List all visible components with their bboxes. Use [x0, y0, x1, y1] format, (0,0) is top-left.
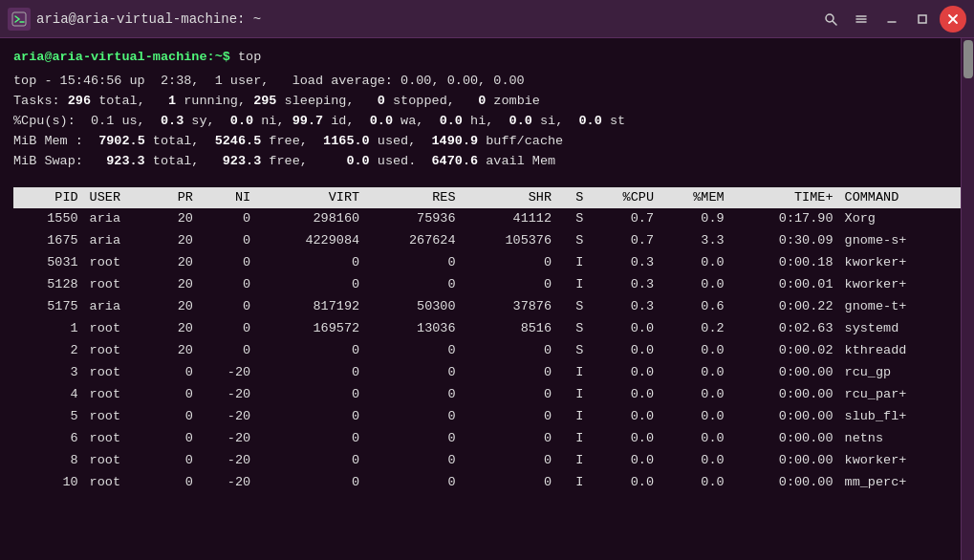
cell-shr: 0	[462, 384, 557, 406]
cell-pr: 20	[154, 340, 199, 362]
cell-res: 0	[365, 362, 461, 384]
cell-timep: 0:00.01	[730, 274, 839, 296]
cell-pctmem: 0.0	[660, 406, 730, 428]
cell-s: I	[557, 406, 589, 428]
cell-command: rcu_gp	[839, 362, 961, 384]
cell-virt: 0	[256, 340, 365, 362]
col-command: COMMAND	[839, 187, 961, 209]
cell-shr: 0	[462, 450, 557, 472]
cell-s: I	[557, 274, 589, 296]
table-row: 8root0-20000I0.00.00:00.00kworker+	[13, 450, 961, 472]
cell-ni: 0	[199, 252, 256, 274]
cell-timep: 0:00.00	[730, 362, 839, 384]
cell-s: S	[557, 208, 589, 230]
cell-ni: 0	[199, 318, 256, 340]
cell-pctcpu: 0.7	[589, 208, 660, 230]
menu-button[interactable]	[848, 6, 875, 32]
col-cpu: %CPU	[589, 187, 660, 209]
maximize-button[interactable]	[909, 6, 936, 32]
cell-pctcpu: 0.0	[589, 340, 660, 362]
cell-shr: 105376	[462, 230, 557, 252]
cell-virt: 0	[256, 274, 365, 296]
col-user: USER	[84, 187, 155, 209]
cell-res: 0	[365, 274, 461, 296]
cell-user: root	[84, 252, 155, 274]
cell-ni: 0	[199, 296, 256, 318]
cell-pctmem: 0.0	[660, 252, 730, 274]
cell-pr: 20	[154, 274, 199, 296]
cell-pr: 20	[154, 296, 199, 318]
svg-rect-8	[919, 15, 926, 23]
cell-timep: 0:00.22	[730, 296, 839, 318]
cell-pctcpu: 0.0	[589, 472, 660, 494]
cell-shr: 0	[462, 274, 557, 296]
cell-s: I	[557, 362, 589, 384]
cell-timep: 0:00.00	[730, 428, 839, 450]
cell-pctmem: 0.6	[660, 296, 730, 318]
cell-ni: 0	[199, 340, 256, 362]
cell-res: 0	[365, 252, 461, 274]
cell-pctmem: 0.0	[660, 472, 730, 494]
cell-res: 0	[365, 472, 461, 494]
table-row: 1675aria2004229084267624105376S0.73.30:3…	[13, 230, 961, 252]
cell-pid: 1675	[13, 230, 84, 252]
cell-s: S	[557, 296, 589, 318]
cell-res: 0	[365, 384, 461, 406]
cell-virt: 298160	[256, 208, 365, 230]
minimize-button[interactable]	[878, 6, 905, 32]
cell-ni: -20	[199, 384, 256, 406]
cell-pr: 0	[154, 450, 199, 472]
cell-virt: 0	[256, 384, 365, 406]
cell-virt: 0	[256, 428, 365, 450]
cell-pid: 1	[13, 318, 84, 340]
scrollbar-thumb[interactable]	[963, 40, 973, 78]
cell-virt: 0	[256, 472, 365, 494]
cell-user: root	[84, 428, 155, 450]
cell-user: root	[84, 340, 155, 362]
cell-user: root	[84, 406, 155, 428]
cell-pctmem: 0.0	[660, 340, 730, 362]
top-line-5: MiB Swap: 923.3 total, 923.3 free, 0.0 u…	[13, 152, 961, 172]
scrollbar[interactable]	[961, 38, 974, 560]
titlebar-left: aria@aria-virtual-machine: ~	[8, 8, 261, 31]
cell-virt: 4229084	[256, 230, 365, 252]
cell-pr: 0	[154, 406, 199, 428]
titlebar-controls	[817, 6, 966, 32]
cell-pid: 6	[13, 428, 84, 450]
cell-virt: 169572	[256, 318, 365, 340]
cell-pid: 3	[13, 362, 84, 384]
col-virt: VIRT	[256, 187, 365, 209]
table-header-row: PID USER PR NI VIRT RES SHR S %CPU %MEM …	[13, 187, 961, 209]
cell-pctmem: 0.0	[660, 384, 730, 406]
cell-pctcpu: 0.3	[589, 252, 660, 274]
cell-s: I	[557, 428, 589, 450]
cell-shr: 0	[462, 472, 557, 494]
cell-user: aria	[84, 230, 155, 252]
cell-pr: 20	[154, 252, 199, 274]
cell-s: I	[557, 252, 589, 274]
cell-user: root	[84, 362, 155, 384]
cell-pr: 20	[154, 318, 199, 340]
cell-pid: 5128	[13, 274, 84, 296]
table-row: 1root200169572130368516S0.00.20:02.63sys…	[13, 318, 961, 340]
cell-pr: 0	[154, 428, 199, 450]
cell-ni: 0	[199, 208, 256, 230]
table-row: 3root0-20000I0.00.00:00.00rcu_gp	[13, 362, 961, 384]
cell-pid: 5	[13, 406, 84, 428]
cell-virt: 817192	[256, 296, 365, 318]
cell-pctcpu: 0.0	[589, 318, 660, 340]
cell-ni: -20	[199, 450, 256, 472]
cell-pctcpu: 0.0	[589, 406, 660, 428]
cell-command: gnome-t+	[839, 296, 961, 318]
col-time: TIME+	[730, 187, 839, 209]
col-ni: NI	[199, 187, 256, 209]
cell-pr: 0	[154, 472, 199, 494]
cell-pctmem: 0.9	[660, 208, 730, 230]
terminal-body[interactable]: aria@aria-virtual-machine:~$ top top - 1…	[0, 38, 974, 560]
table-row: 5root0-20000I0.00.00:00.00slub_fl+	[13, 406, 961, 428]
search-button[interactable]	[817, 6, 844, 32]
cell-res: 13036	[365, 318, 461, 340]
close-button[interactable]	[940, 6, 966, 32]
cell-s: S	[557, 340, 589, 362]
svg-point-2	[826, 14, 833, 22]
